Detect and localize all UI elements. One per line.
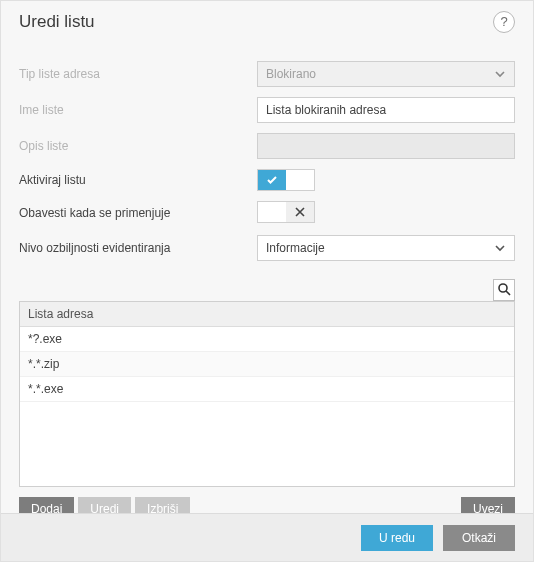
- list-desc-label: Opis liste: [19, 139, 257, 153]
- grid-row[interactable]: *.*.zip: [20, 352, 514, 377]
- chevron-down-icon: [494, 242, 506, 254]
- notify-label: Obavesti kada se primenjuje: [19, 206, 257, 220]
- help-button[interactable]: ?: [493, 11, 515, 33]
- list-type-label: Tip liste adresa: [19, 67, 257, 81]
- list-name-input: [257, 97, 515, 123]
- list-desc-input: [257, 133, 515, 159]
- cancel-button[interactable]: Otkaži: [443, 525, 515, 551]
- severity-value: Informacije: [266, 241, 325, 255]
- chevron-down-icon: [494, 68, 506, 80]
- notify-toggle[interactable]: [257, 201, 315, 223]
- activate-toggle[interactable]: [257, 169, 315, 191]
- grid-header[interactable]: Lista adresa: [20, 302, 514, 327]
- check-icon: [266, 174, 278, 186]
- grid-row[interactable]: *?.exe: [20, 327, 514, 352]
- svg-point-0: [499, 284, 507, 292]
- svg-line-1: [506, 291, 510, 295]
- list-name-label: Ime liste: [19, 103, 257, 117]
- severity-label: Nivo ozbiljnosti evidentiranja: [19, 241, 257, 255]
- search-icon: [497, 282, 511, 299]
- list-type-select: Blokirano: [257, 61, 515, 87]
- search-button[interactable]: [493, 279, 515, 301]
- x-icon: [295, 207, 305, 217]
- severity-select[interactable]: Informacije: [257, 235, 515, 261]
- grid-row[interactable]: *.*.exe: [20, 377, 514, 402]
- help-icon: ?: [500, 14, 507, 29]
- list-type-value: Blokirano: [266, 67, 316, 81]
- address-grid: Lista adresa *?.exe*.*.zip*.*.exe: [19, 301, 515, 487]
- activate-label: Aktiviraj listu: [19, 173, 257, 187]
- ok-button[interactable]: U redu: [361, 525, 433, 551]
- dialog-title: Uredi listu: [19, 12, 95, 32]
